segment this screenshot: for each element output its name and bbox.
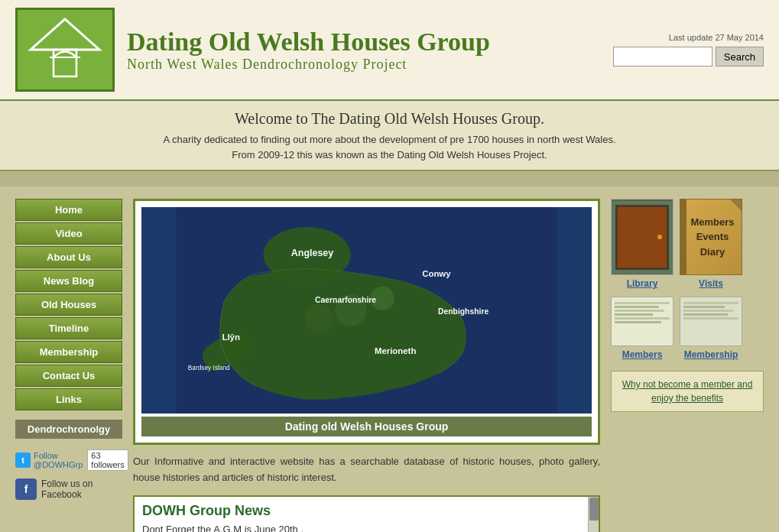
- welcome-line1: A charity dedicated to finding out more …: [163, 134, 615, 145]
- twitter-follow-link[interactable]: Follow @DOWHGrp: [34, 451, 83, 469]
- news-section: DOWH Group News Dont Forget the A.G.M is…: [133, 495, 600, 532]
- membership-link[interactable]: Why not become a member and enjoy the be…: [618, 378, 757, 405]
- followers-label: followers: [91, 460, 124, 469]
- svg-text:Bardsey Island: Bardsey Island: [188, 364, 230, 371]
- followers-count: 63: [91, 451, 100, 460]
- facebook-follow[interactable]: f Follow us on Facebook: [15, 478, 122, 500]
- facebook-label: Follow us on Facebook: [41, 478, 122, 500]
- sidebar-item-news-blog[interactable]: News Blog: [15, 270, 122, 292]
- search-input[interactable]: [613, 47, 712, 66]
- svg-text:Merioneth: Merioneth: [375, 346, 417, 355]
- diary-item: MembersEventsDiary Visits: [680, 199, 742, 289]
- members-image: [611, 297, 674, 346]
- door-frame: [612, 201, 673, 274]
- membership-image: [680, 297, 742, 346]
- diary-image: MembersEventsDiary: [680, 199, 742, 275]
- section-divider: [0, 171, 779, 187]
- site-subtitle: North West Wales Dendrochronology Projec…: [127, 57, 490, 73]
- svg-text:Llŷn: Llŷn: [222, 332, 240, 342]
- logo-svg: [27, 15, 103, 84]
- map-caption: Dating old Welsh Houses Group: [141, 417, 592, 436]
- header-right: Last update 27 May 2014 Search: [613, 33, 764, 66]
- title-block: Dating Old Welsh Houses Group North West…: [127, 28, 490, 73]
- main-area: Home Video About Us News Blog Old Houses…: [0, 187, 779, 532]
- svg-point-8: [305, 304, 333, 332]
- sidebar: Home Video About Us News Blog Old Houses…: [15, 199, 122, 532]
- right-top-row: Library MembersEventsDiary Visits: [611, 199, 764, 289]
- members-thumb: [612, 297, 673, 345]
- members-label[interactable]: Members: [622, 349, 663, 360]
- library-image: [611, 199, 674, 275]
- news-title: DOWH Group News: [142, 503, 591, 519]
- membership-label[interactable]: Membership: [684, 349, 738, 360]
- header-left: Dating Old Welsh Houses Group North West…: [15, 8, 490, 92]
- last-update: Last update 27 May 2014: [669, 33, 764, 42]
- svg-text:Anglesey: Anglesey: [291, 248, 333, 258]
- library-item: Library: [611, 199, 674, 289]
- right-bottom-row: Members Membership: [611, 297, 764, 360]
- info-text: Our Informative and interactive website …: [133, 454, 600, 486]
- sidebar-item-about-us[interactable]: About Us: [15, 246, 122, 268]
- sidebar-item-old-houses[interactable]: Old Houses: [15, 294, 122, 316]
- search-button[interactable]: Search: [716, 47, 764, 66]
- svg-text:Conwy: Conwy: [422, 269, 451, 278]
- members-item: Members: [611, 297, 674, 360]
- right-panel: Library MembersEventsDiary Visits: [611, 199, 764, 532]
- welcome-banner: Welcome to The Dating Old Welsh Houses G…: [0, 101, 779, 171]
- sidebar-item-timeline[interactable]: Timeline: [15, 317, 122, 339]
- svg-text:Caernarfonshire: Caernarfonshire: [315, 296, 376, 304]
- welcome-line2: From 2009-12 this was known as the Datin…: [232, 149, 547, 161]
- library-label[interactable]: Library: [627, 278, 658, 289]
- facebook-icon: f: [15, 478, 37, 500]
- sidebar-item-video[interactable]: Video: [15, 222, 122, 245]
- visits-label[interactable]: Visits: [699, 278, 723, 289]
- welcome-text: A charity dedicated to finding out more …: [15, 132, 764, 162]
- membership-box: Why not become a member and enjoy the be…: [611, 371, 764, 412]
- site-title: Dating Old Welsh Houses Group: [127, 28, 490, 57]
- site-logo: [15, 8, 115, 92]
- scroll-thumb: [589, 498, 599, 521]
- dendro-label: Dendrochronolgy: [15, 420, 122, 439]
- news-scrollbar[interactable]: [588, 497, 599, 532]
- followers-badge: 63 followers: [87, 449, 128, 471]
- map-image: Anglesey Conwy Denbighshire Caernarfonsh…: [141, 207, 592, 414]
- center-area: Anglesey Conwy Denbighshire Caernarfonsh…: [133, 199, 600, 532]
- twitter-follow: t Follow @DOWHGrp 63 followers: [15, 449, 122, 471]
- twitter-icon: t: [15, 453, 31, 468]
- search-bar: Search: [613, 47, 764, 66]
- map-svg: Anglesey Conwy Denbighshire Caernarfonsh…: [141, 207, 592, 414]
- map-frame: Anglesey Conwy Denbighshire Caernarfonsh…: [133, 199, 600, 445]
- welcome-title: Welcome to The Dating Old Welsh Houses G…: [15, 110, 764, 128]
- sidebar-item-contact-us[interactable]: Contact Us: [15, 365, 122, 387]
- news-content: Dont Forget the A.G.M is June 20th .: [142, 524, 591, 532]
- sidebar-item-links[interactable]: Links: [15, 388, 122, 410]
- site-header: Dating Old Welsh Houses Group North West…: [0, 0, 779, 101]
- svg-marker-0: [31, 19, 99, 50]
- door-image: [615, 205, 669, 270]
- sidebar-item-home[interactable]: Home: [15, 199, 122, 221]
- membership-item: Membership: [680, 297, 742, 360]
- svg-text:Denbighshire: Denbighshire: [438, 307, 489, 316]
- sidebar-item-membership[interactable]: Membership: [15, 341, 122, 363]
- diary-text: MembersEventsDiary: [684, 212, 737, 263]
